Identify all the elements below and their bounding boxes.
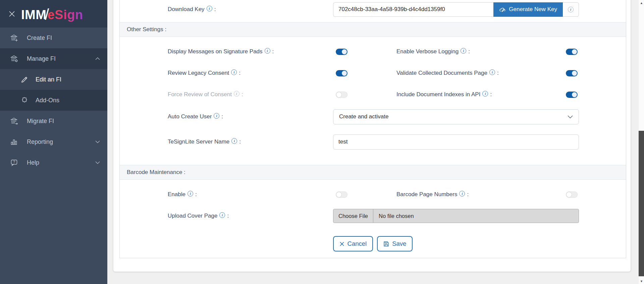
include-document-indexes-toggle[interactable] bbox=[566, 92, 578, 98]
validate-collected-documents-toggle[interactable] bbox=[566, 70, 578, 76]
bank-arrow-icon bbox=[9, 117, 19, 125]
sidebar-item-label: Reporting bbox=[27, 138, 53, 146]
validate-collected-documents-label: Validate Collected Documents Page: bbox=[396, 70, 566, 76]
save-button[interactable]: Save bbox=[377, 236, 413, 251]
info-icon[interactable] bbox=[231, 138, 237, 144]
info-icon[interactable] bbox=[219, 212, 225, 218]
sidebar-item-manage-fi[interactable]: Manage FI bbox=[0, 48, 107, 69]
force-review-consent-toggle bbox=[336, 92, 347, 98]
scroll-down-arrow[interactable]: ▼ bbox=[639, 280, 644, 283]
auto-create-user-select[interactable]: Create and activate bbox=[333, 109, 579, 124]
brand-imm: IMM bbox=[21, 8, 46, 22]
x-icon bbox=[339, 241, 344, 246]
form-row: Force Review of Consent: Include Documen… bbox=[120, 84, 626, 105]
info-icon[interactable] bbox=[234, 91, 239, 97]
info-icon[interactable] bbox=[482, 91, 488, 97]
form-row: Review Legacy Consent: Validate Collecte… bbox=[120, 62, 626, 84]
sidebar-item-label: Migrate FI bbox=[27, 118, 54, 125]
display-messages-label: Display Messages on Signature Pads: bbox=[120, 48, 333, 55]
form-row: Display Messages on Signature Pads: Enab… bbox=[120, 41, 626, 62]
app-window: IMM/eSign Create FI Manage FI bbox=[0, 0, 644, 284]
review-legacy-consent-toggle[interactable] bbox=[336, 70, 347, 76]
download-key-label: Download Key : bbox=[120, 6, 333, 13]
form-row: Enable: Barcode Page Numbers: bbox=[120, 184, 626, 205]
cloud-edit-icon bbox=[499, 7, 506, 12]
scrollbar-thumb[interactable] bbox=[639, 131, 644, 276]
chevron-up-icon bbox=[95, 57, 100, 60]
info-icon[interactable] bbox=[214, 113, 219, 119]
sidebar-header: IMM/eSign bbox=[0, 0, 107, 27]
info-icon[interactable] bbox=[187, 191, 193, 196]
chevron-down-icon bbox=[95, 140, 100, 143]
barcode-page-numbers-label: Barcode Page Numbers: bbox=[396, 191, 566, 198]
sidebar-item-create-fi[interactable]: Create FI bbox=[0, 27, 107, 48]
brand-logo: IMM/eSign bbox=[21, 5, 83, 23]
pencil-icon bbox=[19, 76, 29, 83]
sidebar-item-label: Edit an FI bbox=[36, 76, 61, 83]
review-legacy-consent-label: Review Legacy Consent: bbox=[120, 70, 333, 76]
info-icon[interactable] bbox=[265, 48, 270, 54]
puzzle-icon bbox=[19, 96, 29, 104]
bar-chart-icon bbox=[9, 138, 19, 146]
upload-cover-page-label: Upload Cover Page: bbox=[120, 213, 333, 219]
info-icon[interactable] bbox=[459, 191, 465, 196]
chevron-down-icon bbox=[568, 115, 573, 118]
bank-plus-icon bbox=[9, 34, 19, 42]
choose-file-button[interactable]: Choose File bbox=[333, 209, 373, 223]
sidebar-item-add-ons[interactable]: Add-Ons bbox=[0, 90, 107, 111]
form-row: Auto Create User: Create and activate bbox=[120, 105, 626, 128]
display-messages-toggle[interactable] bbox=[336, 49, 347, 55]
sidebar: IMM/eSign Create FI Manage FI bbox=[0, 0, 107, 284]
info-icon[interactable] bbox=[207, 6, 212, 11]
generate-key-info-segment bbox=[563, 2, 579, 17]
info-icon[interactable] bbox=[568, 7, 574, 12]
include-document-indexes-label: Include Document Indexes in API: bbox=[396, 91, 566, 98]
sidebar-item-help[interactable]: ? Help bbox=[0, 152, 107, 173]
bank-gear-icon bbox=[9, 55, 19, 63]
form-row: Upload Cover Page: Choose File No file c… bbox=[120, 205, 626, 227]
sidebar-item-label: Add-Ons bbox=[36, 97, 59, 104]
other-settings-rows: Display Messages on Signature Pads: Enab… bbox=[120, 37, 626, 165]
verbose-logging-toggle[interactable] bbox=[566, 49, 578, 55]
file-chosen-status: No file chosen bbox=[373, 213, 419, 219]
barcode-enable-toggle[interactable] bbox=[336, 191, 347, 198]
auto-create-user-label: Auto Create User: bbox=[120, 113, 333, 120]
info-icon[interactable] bbox=[489, 69, 495, 75]
sidebar-item-label: Manage FI bbox=[27, 55, 56, 62]
generate-new-key-button[interactable]: Generate New Key bbox=[493, 2, 563, 17]
download-key-input[interactable] bbox=[333, 2, 493, 17]
tesignlite-server-name-input[interactable] bbox=[333, 134, 579, 150]
download-key-group: Generate New Key bbox=[333, 2, 579, 17]
cancel-button[interactable]: Cancel bbox=[333, 236, 373, 251]
tesignlite-server-name-label: TeSignLite Server Name: bbox=[120, 138, 333, 145]
sidebar-item-edit-an-fi[interactable]: Edit an FI bbox=[0, 69, 107, 90]
scroll-up-arrow[interactable]: ▲ bbox=[639, 1, 644, 5]
section-header-barcode-maintenance: Barcode Maintenance : bbox=[120, 165, 626, 180]
section-header-other-settings: Other Settings : bbox=[120, 22, 626, 37]
help-bubble-icon: ? bbox=[9, 159, 19, 167]
form-actions: Cancel Save bbox=[120, 236, 626, 251]
sidebar-item-reporting[interactable]: Reporting bbox=[0, 131, 107, 152]
chevron-down-icon bbox=[95, 161, 100, 164]
info-icon[interactable] bbox=[461, 48, 466, 54]
main-content: Download Key : bbox=[107, 0, 644, 284]
sidebar-item-label: Help bbox=[27, 159, 39, 166]
vertical-scrollbar[interactable]: ▲ ▼ bbox=[638, 0, 644, 284]
info-icon[interactable] bbox=[231, 69, 237, 75]
sidebar-item-migrate-fi[interactable]: Migrate FI bbox=[0, 111, 107, 131]
verbose-logging-label: Enable Verbose Logging: bbox=[396, 48, 566, 55]
brand-slash: / bbox=[45, 6, 49, 23]
svg-text:?: ? bbox=[13, 160, 15, 164]
settings-form-panel: Download Key : bbox=[119, 0, 626, 258]
close-sidebar-icon[interactable] bbox=[9, 11, 15, 17]
barcode-page-numbers-toggle bbox=[566, 191, 578, 198]
floppy-disk-icon bbox=[383, 241, 389, 247]
barcode-enable-label: Enable: bbox=[120, 191, 333, 198]
content-card: Download Key : bbox=[113, 0, 631, 272]
sidebar-item-label: Create FI bbox=[27, 35, 52, 42]
barcode-maintenance-rows: Enable: Barcode Page Numbers: Upload Cov… bbox=[120, 180, 626, 251]
form-row: TeSignLite Server Name: bbox=[120, 128, 626, 156]
brand-esign: eSign bbox=[48, 8, 83, 22]
upload-cover-page-file-input[interactable]: Choose File No file chosen bbox=[333, 209, 579, 223]
download-key-row: Download Key : bbox=[120, 0, 626, 22]
